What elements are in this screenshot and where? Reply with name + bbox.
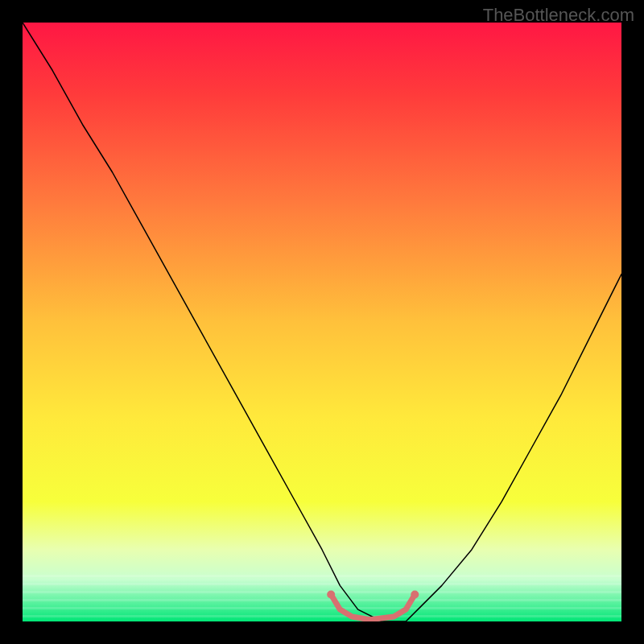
band-stripe [23, 591, 621, 593]
chart-container: TheBottleneck.com [0, 0, 644, 644]
highlight-endpoint [411, 591, 419, 599]
band-stripe [23, 575, 621, 577]
band-stripe [23, 615, 621, 617]
band-stripe [23, 607, 621, 609]
band-stripe [23, 583, 621, 585]
gradient-background [23, 23, 621, 621]
highlight-endpoint [327, 591, 335, 599]
watermark-text: TheBottleneck.com [483, 5, 634, 26]
chart-svg [23, 23, 621, 621]
plot-area [23, 23, 621, 621]
band-stripe [23, 599, 621, 601]
